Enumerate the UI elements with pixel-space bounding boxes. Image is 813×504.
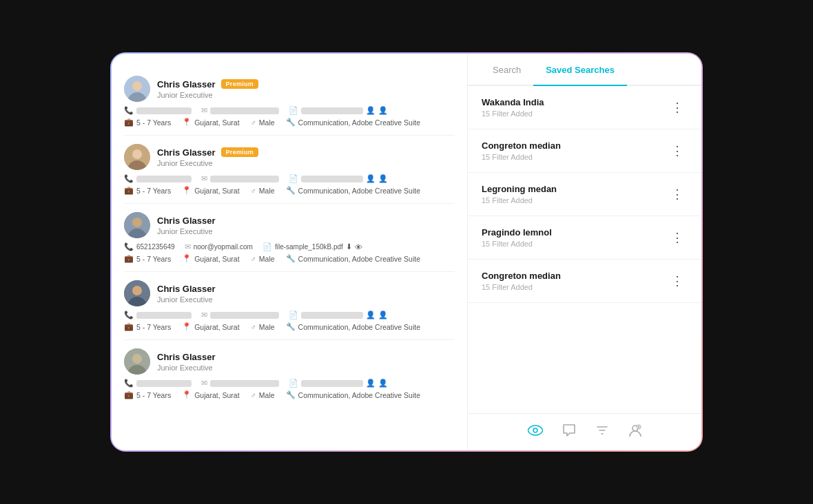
gender-icon: ♂ (251, 255, 256, 263)
email-blurred (210, 380, 279, 387)
email-info: ✉ noor@yopmail.com (185, 242, 253, 251)
user-icon-2: 👤 (378, 106, 388, 115)
candidate-card: Chris Glasser Junior Executive 📞 ✉ 📄 (124, 340, 455, 408)
saved-searches-list: Wakanda India 15 Filter Added ⋮ Congreto… (468, 86, 701, 413)
email-info: ✉ (201, 379, 279, 388)
saved-search-info: Congreton median 15 Filter Added (482, 140, 561, 161)
more-options-button[interactable]: ⋮ (667, 272, 688, 290)
email-icon: ✉ (185, 242, 191, 251)
phone-blurred (136, 176, 192, 182)
experience-value: 5 - 7 Years (136, 187, 171, 195)
eye-icon[interactable]: 👁 (355, 243, 362, 251)
saved-search-item[interactable]: Legroning medan 15 Filter Added ⋮ (468, 173, 701, 216)
file-info: 📄 👤 👤 (289, 311, 388, 319)
email-info: ✉ (201, 174, 279, 183)
saved-search-item[interactable]: Congreton median 15 Filter Added ⋮ (468, 129, 701, 173)
tab-search[interactable]: Search (480, 54, 533, 86)
saved-search-filters: 15 Filter Added (482, 153, 561, 161)
avatar (124, 348, 150, 375)
saved-search-item[interactable]: Congreton median 15 Filter Added ⋮ (468, 260, 701, 303)
eye-bottom-icon[interactable] (525, 422, 546, 442)
phone-info: 📞 (124, 174, 192, 183)
name-block: Chris Glasser Premium Junior Executive (157, 147, 258, 167)
more-options-button[interactable]: ⋮ (667, 142, 688, 160)
phone-info: 📞 (124, 379, 192, 388)
svg-point-11 (533, 428, 537, 432)
card-info-row: 📞 6521235649 ✉ noor@yopmail.com 📄 file-s… (124, 242, 455, 251)
name-block: Chris Glasser Junior Executive (157, 284, 216, 304)
skills-item: 🔧 Communication, Adobe Creative Suite (286, 322, 420, 331)
candidate-name: Chris Glasser (157, 216, 216, 226)
skills-value: Communication, Adobe Creative Suite (298, 391, 420, 399)
candidate-title: Junior Executive (157, 159, 258, 167)
candidate-name: Chris Glasser (157, 147, 216, 158)
email-icon: ✉ (201, 174, 207, 183)
location-item: 📍 Gujarat, Surat (182, 322, 239, 331)
right-panel: Search Saved Searches Wakanda India 15 F… (467, 54, 701, 450)
saved-search-item[interactable]: Pragindo lemnol 15 Filter Added ⋮ (468, 216, 701, 260)
more-options-button[interactable]: ⋮ (667, 229, 688, 246)
tabs-row: Search Saved Searches (468, 54, 701, 86)
filter-bottom-icon[interactable] (593, 421, 612, 443)
email-icon: ✉ (201, 311, 207, 319)
candidate-title: Junior Executive (157, 227, 216, 235)
saved-search-filters: 15 Filter Added (482, 109, 544, 118)
saved-search-name: Congreton median (482, 140, 561, 151)
svg-point-4 (132, 149, 142, 159)
candidate-name: Chris Glasser (157, 284, 216, 294)
skills-icon: 🔧 (286, 118, 296, 127)
user-icon-1: 👤 (366, 106, 375, 115)
email-info: ✉ (201, 106, 279, 115)
file-icon: 📄 (289, 379, 298, 388)
gender-icon: ♂ (251, 187, 256, 195)
card-detail-row: 💼 5 - 7 Years 📍 Gujarat, Surat ♂ Male 🔧 … (124, 186, 455, 195)
experience-item: 💼 5 - 7 Years (124, 186, 171, 195)
saved-search-item[interactable]: Wakanda India 15 Filter Added ⋮ (468, 86, 701, 129)
user-icon-1: 👤 (366, 379, 375, 388)
file-info: 📄 👤 👤 (289, 379, 388, 388)
avatar (124, 76, 150, 102)
phone-info: 📞 (124, 106, 192, 115)
phone-value: 6521235649 (136, 243, 175, 251)
candidates-list: Chris Glasser Premium Junior Executive 📞… (112, 54, 467, 450)
user-icon-2: 👤 (378, 311, 388, 319)
candidate-card: Chris Glasser Junior Executive 📞 ✉ 📄 (124, 272, 455, 340)
briefcase-icon: 💼 (124, 322, 134, 331)
phone-info: 📞 6521235649 (124, 242, 175, 251)
name-block: Chris Glasser Junior Executive (157, 216, 216, 235)
phone-icon: 📞 (124, 174, 134, 183)
tab-saved-searches[interactable]: Saved Searches (533, 54, 627, 86)
download-icon[interactable]: ⬇ (346, 242, 352, 251)
gender-icon: ♂ (251, 323, 256, 331)
experience-item: 💼 5 - 7 Years (124, 254, 171, 263)
chat-bottom-icon[interactable] (559, 421, 579, 443)
gender-icon: ♂ (251, 118, 256, 127)
experience-item: 💼 5 - 7 Years (124, 322, 171, 331)
file-icon: 📄 (289, 174, 298, 183)
card-info-row: 📞 ✉ 📄 👤 👤 (124, 379, 455, 388)
location-value: Gujarat, Surat (194, 255, 239, 263)
user-icon-2: 👤 (378, 379, 388, 388)
skills-item: 🔧 Communication, Adobe Creative Suite (286, 186, 420, 195)
card-detail-row: 💼 5 - 7 Years 📍 Gujarat, Surat ♂ Male 🔧 … (124, 118, 455, 127)
more-options-button[interactable]: ⋮ (667, 98, 688, 116)
gender-value: Male (259, 118, 275, 127)
skills-item: 🔧 Communication, Adobe Creative Suite (286, 390, 420, 399)
experience-value: 5 - 7 Years (136, 118, 171, 127)
svg-point-6 (132, 218, 142, 227)
avatar (124, 212, 150, 238)
saved-search-info: Pragindo lemnol 15 Filter Added (482, 227, 552, 248)
skills-value: Communication, Adobe Creative Suite (298, 255, 420, 263)
saved-search-filters: 15 Filter Added (482, 196, 557, 204)
file-info: 📄 file-sample_150kB.pdf ⬇ 👁 (263, 242, 362, 251)
email-blurred (210, 176, 279, 182)
briefcase-icon: 💼 (124, 254, 134, 263)
svg-point-10 (132, 354, 142, 364)
skills-icon: 🔧 (286, 322, 296, 331)
premium-badge: Premium (221, 147, 259, 157)
location-icon: 📍 (182, 390, 192, 399)
more-options-button[interactable]: ⋮ (667, 185, 688, 203)
briefcase-icon: 💼 (124, 118, 134, 127)
phone-icon: 📞 (124, 242, 134, 251)
person-bottom-icon[interactable] (626, 421, 645, 443)
